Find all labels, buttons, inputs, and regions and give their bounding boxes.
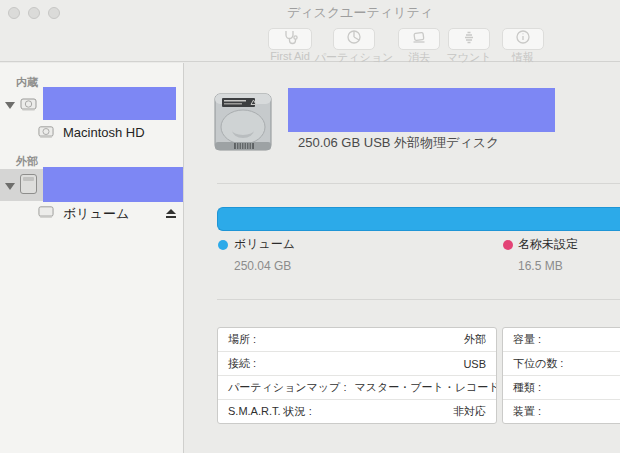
sidebar: 内蔵 Macintosh HD 外部 ボリューム: [0, 63, 184, 453]
external-disk-icon: [19, 173, 38, 199]
info-value: 外部: [464, 332, 486, 347]
legend-label-volume: ボリューム: [234, 236, 295, 253]
info-label: 装置 :: [513, 404, 541, 419]
divider: [217, 299, 620, 300]
info-button[interactable]: [502, 28, 544, 50]
disclosure-triangle[interactable]: [5, 183, 15, 190]
first-aid-icon: [282, 29, 298, 49]
disk-name-redacted: [288, 88, 555, 132]
disk-utility-window: { "window": { "title": "ディスクユーティリティ" }, …: [0, 0, 620, 453]
info-value: マスター・ブート・レコード: [354, 380, 496, 395]
internal-disk-icon: [20, 96, 37, 117]
mount-button[interactable]: [448, 28, 490, 50]
disk-subtitle: 250.06 GB USB 外部物理ディスク: [298, 134, 499, 152]
info-value: USB: [463, 358, 486, 370]
legend-dot-untitled: [503, 240, 513, 250]
zoom-button[interactable]: [48, 7, 60, 19]
sidebar-item-internal-disk[interactable]: [43, 87, 176, 120]
info-row-connection: 接続 : USB: [218, 352, 496, 376]
sidebar-item-macintosh-hd[interactable]: Macintosh HD: [63, 125, 145, 140]
eject-icon[interactable]: [165, 205, 177, 223]
hard-disk-icon: [212, 89, 274, 159]
mount-icon: [461, 29, 477, 49]
info-row-location: 場所 : 外部: [218, 328, 496, 352]
info-row-capacity: 容量 :: [503, 328, 620, 352]
legend-size-volume: 250.04 GB: [234, 259, 291, 273]
titlebar: ディスクユーティリティ First Aid パーティション 消去: [0, 0, 620, 62]
partition-icon: [346, 29, 362, 49]
info-row-smart: S.M.A.R.T. 状況 : 非対応: [218, 400, 496, 423]
legend-size-untitled: 16.5 MB: [518, 259, 563, 273]
main-panel: 250.06 GB USB 外部物理ディスク ボリューム 250.04 GB 名…: [185, 63, 620, 453]
info-label: S.M.A.R.T. 状況 :: [228, 404, 312, 419]
info-value: 非対応: [453, 404, 486, 419]
window-title: ディスクユーティリティ: [287, 4, 433, 22]
erase-icon: [411, 29, 427, 49]
info-table-left: 場所 : 外部 接続 : USB パーティションマップ : マスター・ブート・レ…: [217, 327, 497, 424]
first-aid-label: First Aid: [270, 50, 310, 62]
volume-icon: [38, 124, 54, 144]
info-label: 容量 :: [513, 332, 541, 347]
info-label: 接続 :: [228, 356, 256, 371]
first-aid-button[interactable]: [268, 28, 312, 50]
info-label: 下位の数 :: [513, 356, 563, 371]
info-row-device: 装置 :: [503, 400, 620, 423]
legend-dot-volume: [218, 240, 228, 250]
disclosure-triangle[interactable]: [5, 102, 15, 109]
info-row-type: 種類 :: [503, 376, 620, 400]
info-row-children: 下位の数 :: [503, 352, 620, 376]
volume-icon: [38, 204, 54, 224]
legend-label-untitled: 名称未設定: [518, 236, 578, 253]
info-label: 場所 :: [228, 332, 256, 347]
erase-button[interactable]: [398, 28, 440, 50]
minimize-button[interactable]: [28, 7, 40, 19]
partition-button[interactable]: [333, 28, 375, 50]
info-icon: [515, 29, 531, 49]
info-label: パーティションマップ :: [228, 380, 346, 395]
sidebar-section-external: 外部: [16, 154, 38, 169]
partition-usage-bar[interactable]: [217, 207, 620, 231]
sidebar-item-volume[interactable]: ボリューム: [63, 205, 129, 223]
info-row-partition-map: パーティションマップ : マスター・ブート・レコード: [218, 376, 496, 400]
sidebar-item-external-disk[interactable]: [43, 167, 183, 202]
close-button[interactable]: [8, 7, 20, 19]
info-label: 種類 :: [513, 380, 541, 395]
sidebar-section-internal: 内蔵: [16, 75, 38, 90]
info-table-right: 容量 : 下位の数 : 種類 : 装置 :: [502, 327, 620, 424]
divider: [217, 183, 620, 184]
